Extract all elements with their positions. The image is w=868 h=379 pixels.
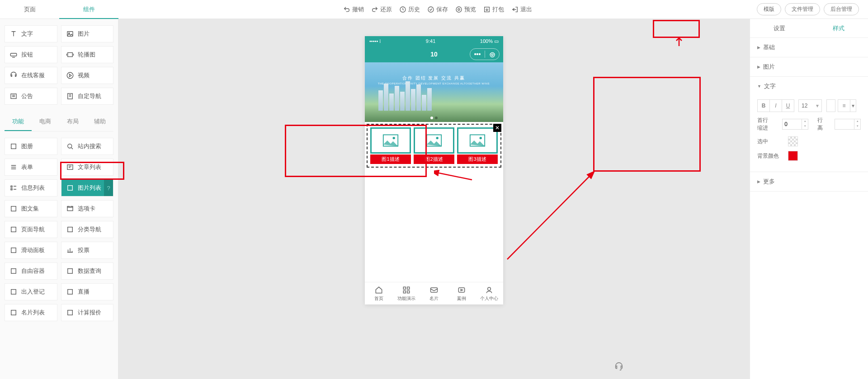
tab-page[interactable]: 页面 <box>0 0 59 19</box>
svg-point-9 <box>67 72 73 79</box>
exit-action[interactable]: 退出 <box>511 5 532 14</box>
comp-cardlist[interactable]: 名片列表 <box>5 304 57 321</box>
save-action[interactable]: 保存 <box>427 5 448 14</box>
tabbar-user[interactable]: 个人中心 <box>476 282 503 304</box>
comp-pricing[interactable]: 计算报价 <box>61 304 114 321</box>
indent-spinner[interactable]: ▴▾ <box>802 119 808 130</box>
history-action[interactable]: 历史 <box>399 5 420 14</box>
svg-point-13 <box>67 144 71 148</box>
section-text[interactable]: 文字 <box>750 77 868 96</box>
italic-button[interactable]: I <box>769 99 782 112</box>
svg-rect-26 <box>67 310 72 315</box>
phone-preview: ••••• ⁞ 9:41 100% ▭ 10 •••◎ 合作 团结 发展 交流 … <box>365 36 503 304</box>
svg-rect-35 <box>403 290 406 293</box>
banner[interactable]: 合作 团结 发展 交流 共赢 THE COOPERATION UNITY DEV… <box>365 62 503 122</box>
svg-rect-21 <box>11 269 16 274</box>
section-basic[interactable]: 基础 <box>750 38 868 57</box>
status-bar: ••••• ⁞ 9:41 100% ▭ <box>365 36 503 46</box>
tabbar-home[interactable]: 首页 <box>365 282 392 304</box>
canvas: ••••• ⁞ 9:41 100% ▭ 10 •••◎ 合作 团结 发展 交流 … <box>118 19 750 379</box>
comp-form[interactable]: 表单 <box>5 159 57 176</box>
comp-image[interactable]: 图片 <box>61 25 114 42</box>
undo-action[interactable]: 撤销 <box>343 5 364 14</box>
svg-rect-18 <box>11 227 16 232</box>
comp-tabs[interactable]: 选项卡 <box>61 200 114 217</box>
comp-dataquery[interactable]: 数据查询 <box>61 262 114 280</box>
tabbar-case[interactable]: 案例 <box>448 282 476 304</box>
comp-search[interactable]: 站内搜索 <box>61 138 114 155</box>
svg-rect-25 <box>11 310 16 315</box>
comp-text[interactable]: 文字 <box>5 25 57 42</box>
comp-vote[interactable]: 投票 <box>61 242 114 259</box>
comp-imagelist[interactable]: 图片列表 <box>61 179 114 197</box>
tabbar-demo[interactable]: 功能演示 <box>392 282 420 304</box>
top-bar: 页面 组件 撤销 还原 历史 保存 预览 打包 退出 模版 文件管理 后台管理 <box>0 0 868 19</box>
rtab-style[interactable]: 样式 <box>809 19 868 37</box>
align-dropdown[interactable]: ▾ <box>850 99 856 112</box>
img-card[interactable]: 图1描述 <box>370 127 411 164</box>
tab-component[interactable]: 组件 <box>59 0 118 19</box>
subtab-assist[interactable]: 辅助 <box>86 113 113 131</box>
comp-chat[interactable]: 在线客服 <box>5 67 57 84</box>
preview-action[interactable]: 预览 <box>455 5 476 14</box>
right-panel: 设置 样式 基础 图片 文字 B I U 12 ≡ ▾ 首行缩进 ▴▾ 行高 ▴ <box>750 19 868 379</box>
comp-gallery[interactable]: 图文集 <box>5 200 57 217</box>
underline-button[interactable]: U <box>782 99 794 112</box>
nav-capsule[interactable]: •••◎ <box>470 48 500 60</box>
pack-action[interactable]: 打包 <box>483 5 504 14</box>
subtab-func[interactable]: 功能 <box>5 113 32 131</box>
comp-notice[interactable]: 公告 <box>5 88 57 105</box>
file-manage-button[interactable]: 文件管理 <box>785 3 820 15</box>
lineheight-spinner[interactable]: ▴▾ <box>854 119 861 130</box>
tab-bar: 首页功能演示名片案例个人中心 <box>365 282 503 304</box>
basic-components: 文字图片按钮轮播图在线客服视频公告自定导航 <box>5 25 113 105</box>
close-component-button[interactable]: ✕ <box>493 124 501 132</box>
svg-rect-36 <box>407 290 409 293</box>
bold-button[interactable]: B <box>757 99 770 112</box>
support-icon[interactable] <box>614 362 624 374</box>
section-image[interactable]: 图片 <box>750 57 868 76</box>
comp-catnav[interactable]: 分类导航 <box>61 221 114 238</box>
template-button[interactable]: 模版 <box>757 3 781 15</box>
comp-articlelist[interactable]: 文章列表 <box>61 159 114 176</box>
fontsize-select[interactable]: 12 <box>798 99 822 112</box>
svg-point-30 <box>436 137 439 139</box>
subtab-layout[interactable]: 布局 <box>59 113 86 131</box>
comp-checkin[interactable]: 出入登记 <box>5 283 57 300</box>
indent-input[interactable] <box>782 119 802 130</box>
bgcolor-label: 背景颜色 <box>757 152 784 160</box>
comp-album[interactable]: 图册 <box>5 138 57 155</box>
comp-slidepanel[interactable]: 滑动面板 <box>5 242 57 259</box>
textcolor-button[interactable] <box>826 99 835 112</box>
img-card[interactable]: 图3描述 <box>457 127 498 164</box>
imagelist-component[interactable]: ✕ 图1描述图2描述图3描述 <box>367 124 501 168</box>
sub-tabs: 功能 电商 布局 辅助 <box>5 113 113 131</box>
section-more[interactable]: 更多 <box>750 172 868 191</box>
undo-icon <box>343 6 350 13</box>
img-card[interactable]: 图2描述 <box>414 127 454 164</box>
tabbar-card[interactable]: 名片 <box>420 282 448 304</box>
svg-point-39 <box>488 287 491 290</box>
backend-button[interactable]: 后台管理 <box>824 3 859 15</box>
comp-pagenav[interactable]: 页面导航 <box>5 221 57 238</box>
comp-button[interactable]: 按钮 <box>5 46 57 63</box>
svg-point-28 <box>393 137 395 139</box>
rtab-settings[interactable]: 设置 <box>750 19 809 37</box>
bgcolor-swatch[interactable] <box>788 151 798 161</box>
comp-freecontainer[interactable]: 自由容器 <box>5 262 57 280</box>
align-button[interactable]: ≡ <box>838 99 850 112</box>
top-left-tabs: 页面 组件 <box>0 0 118 19</box>
menu-dots-icon: ••• <box>470 51 485 58</box>
selected-color-swatch[interactable] <box>788 136 798 146</box>
lineheight-input[interactable] <box>835 119 854 130</box>
history-icon <box>399 6 406 13</box>
comp-carousel[interactable]: 轮播图 <box>61 46 114 63</box>
svg-rect-12 <box>11 144 16 149</box>
comp-customnav[interactable]: 自定导航 <box>61 88 114 105</box>
preview-icon <box>455 6 462 13</box>
comp-infolist[interactable]: 信息列表 <box>5 179 57 197</box>
comp-video[interactable]: 视频 <box>61 67 114 84</box>
comp-live[interactable]: 直播 <box>61 283 114 300</box>
redo-action[interactable]: 还原 <box>371 5 392 14</box>
subtab-shop[interactable]: 电商 <box>32 113 59 131</box>
